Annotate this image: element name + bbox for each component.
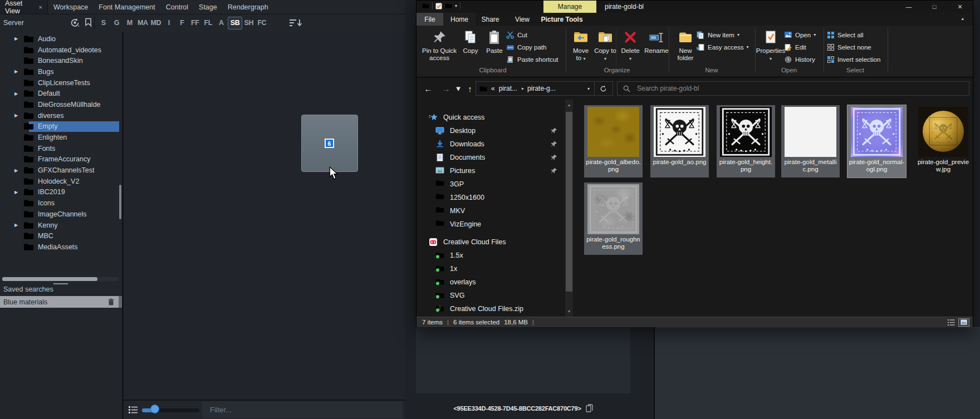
filter-a[interactable]: A bbox=[215, 16, 228, 29]
menu-font-management[interactable]: Font Management bbox=[98, 3, 155, 11]
select-none-button[interactable]: Select none bbox=[827, 41, 871, 53]
nav-mkv[interactable]: MKV bbox=[416, 204, 565, 218]
customize-toolbar-icon[interactable]: ▾ bbox=[455, 3, 457, 8]
recent-locations-icon[interactable]: ▾ bbox=[454, 81, 462, 96]
filter-i[interactable]: I bbox=[163, 16, 176, 29]
file-pirate-gold-height[interactable]: pirate-gold_height.png bbox=[717, 105, 775, 178]
easy-access-button[interactable]: Easy access ▾ bbox=[697, 41, 749, 53]
nav-documents[interactable]: Documents bbox=[416, 151, 565, 164]
nav-pictures[interactable]: Pictures bbox=[416, 164, 565, 178]
file-pirate-gold-metallic[interactable]: pirate-gold_metallic.png bbox=[781, 105, 840, 178]
tree-item-mediaassets[interactable]: MediaAssets bbox=[0, 241, 122, 253]
up-button[interactable]: ↑ bbox=[463, 81, 477, 96]
breadcrumb-overflow[interactable]: « bbox=[491, 85, 495, 92]
nav-creative-cloud-files-zip[interactable]: Creative Cloud Files.zip bbox=[416, 302, 565, 316]
nav-quick-access[interactable]: Quick access bbox=[416, 111, 565, 124]
filter-f[interactable]: F bbox=[175, 16, 189, 29]
refresh-server-icon[interactable] bbox=[70, 18, 81, 28]
scrollbar-thumb[interactable] bbox=[566, 112, 572, 292]
file-pirate-gold-ao[interactable]: pirate-gold_ao.png bbox=[650, 105, 709, 178]
tree-item-enlighten[interactable]: Enlighten bbox=[0, 132, 122, 143]
explorer-title-bar[interactable]: ▾ Manage pirate-gold-bl — □ × bbox=[416, 1, 973, 13]
tab-picture-tools[interactable]: Picture Tools bbox=[540, 13, 584, 26]
refresh-button[interactable] bbox=[594, 81, 613, 96]
expand-icon[interactable]: ▶ bbox=[14, 113, 23, 118]
back-button[interactable]: ← bbox=[421, 81, 435, 96]
invert-selection-button[interactable]: Invert selection bbox=[827, 53, 880, 65]
tree-horizontal-scrollbar[interactable] bbox=[2, 277, 119, 281]
expand-icon[interactable]: ▶ bbox=[14, 91, 23, 96]
menu-stage[interactable]: Stage bbox=[198, 3, 218, 11]
forward-button[interactable]: → bbox=[439, 81, 453, 96]
tree-item-bugs[interactable]: ▶ Bugs bbox=[0, 66, 122, 77]
tree-item-kenny[interactable]: ▶ Kenny bbox=[0, 220, 122, 231]
close-button[interactable]: × bbox=[947, 1, 973, 13]
filter-ma[interactable]: MA bbox=[136, 16, 150, 29]
menu-rendergraph[interactable]: Rendergraph bbox=[227, 3, 269, 11]
scrollbar-thumb[interactable] bbox=[2, 277, 97, 281]
filter-m[interactable]: M bbox=[123, 16, 136, 29]
nav-3gp[interactable]: 3GP bbox=[416, 178, 565, 191]
tree-item-automated-videotes[interactable]: Automated_videotes bbox=[0, 45, 122, 56]
breadcrumb-parent[interactable]: pirat... bbox=[499, 85, 517, 92]
menu-control[interactable]: Control bbox=[165, 3, 189, 11]
tab-file[interactable]: File bbox=[416, 13, 443, 26]
search-input[interactable] bbox=[636, 84, 969, 93]
nav-desktop[interactable]: Desktop bbox=[416, 124, 565, 137]
paste-shortcut-button[interactable]: Paste shortcut bbox=[506, 53, 558, 65]
tree-item-icons[interactable]: Icons bbox=[0, 198, 122, 209]
file-pirate-gold-normal[interactable]: pirate-gold_normal-ogl.png bbox=[847, 105, 906, 178]
tab-home-active[interactable]: Home bbox=[443, 13, 476, 26]
tab-share[interactable]: Share bbox=[476, 13, 505, 26]
edit-button[interactable]: Edit bbox=[784, 41, 806, 53]
nav-1x[interactable]: 1x bbox=[416, 262, 565, 275]
delete-saved-search-icon[interactable] bbox=[108, 298, 114, 305]
expand-icon[interactable]: ▶ bbox=[14, 190, 23, 195]
tree-item-cliplicensetests[interactable]: ClipLicenseTests bbox=[0, 77, 122, 88]
breadcrumb-chevron-icon[interactable]: ▾ bbox=[520, 87, 525, 90]
tree-item-frameaccurancy[interactable]: FrameAccurancy bbox=[0, 154, 122, 165]
filter-fc[interactable]: FC bbox=[256, 16, 269, 29]
properties-quick-icon[interactable] bbox=[435, 3, 442, 9]
thumbnail-size-slider-handle[interactable] bbox=[150, 405, 159, 413]
expand-icon[interactable]: ▶ bbox=[14, 36, 23, 41]
file-pirate-gold-preview[interactable]: pirate-gold_preview.jpg bbox=[915, 105, 971, 178]
nav-vizengine[interactable]: VizEngine bbox=[416, 218, 565, 231]
cut-button[interactable]: Cut bbox=[506, 29, 527, 41]
tree-item-audio[interactable]: ▶ Audio bbox=[0, 33, 122, 45]
tab-view[interactable]: View bbox=[505, 13, 540, 26]
collapse-ribbon-icon[interactable]: ▴ bbox=[961, 16, 964, 21]
pin-to-quick-access-button[interactable]: Pin to Quick access bbox=[422, 27, 457, 74]
tree-item-diegrossemuellhalde[interactable]: DieGrosseMüllhalde bbox=[0, 99, 122, 110]
tree-item-mbc[interactable]: MBC bbox=[0, 230, 122, 241]
file-pirate-gold-albedo[interactable]: pirate-gold_albedo.png bbox=[584, 105, 643, 178]
panel-splitter-handle[interactable] bbox=[53, 283, 68, 284]
expand-icon[interactable]: ▶ bbox=[14, 168, 23, 173]
new-item-button[interactable]: New item ▾ bbox=[697, 29, 739, 41]
tree-item-fonts[interactable]: Fonts bbox=[0, 143, 122, 154]
select-all-button[interactable]: Select all bbox=[827, 29, 864, 41]
filter-sb-active[interactable]: SB bbox=[228, 17, 242, 29]
asset-canvas[interactable] bbox=[124, 32, 405, 400]
breadcrumb-current[interactable]: pirate-g... bbox=[527, 85, 556, 92]
large-icons-view-button[interactable] bbox=[958, 318, 969, 327]
filter-input[interactable] bbox=[202, 401, 403, 418]
saved-search-blue-materials[interactable]: Blue materials bbox=[0, 296, 122, 308]
folder-icon[interactable] bbox=[422, 3, 429, 9]
copy-path-button[interactable]: Copy path bbox=[506, 41, 546, 53]
nav-1-5x[interactable]: 1.5x bbox=[416, 249, 565, 262]
filter-md[interactable]: MD bbox=[149, 16, 163, 29]
tree-item-diverses[interactable]: ▶ diverses bbox=[0, 110, 122, 121]
manage-contextual-tab[interactable]: Manage bbox=[543, 1, 596, 13]
filter-g[interactable]: G bbox=[110, 16, 124, 29]
close-tab-icon[interactable]: × bbox=[39, 4, 42, 11]
folder-icon[interactable] bbox=[445, 3, 452, 9]
minimize-button[interactable]: — bbox=[896, 1, 922, 13]
tree-item-ibc2019[interactable]: ▶ IBC2019 bbox=[0, 187, 122, 198]
nav-creative-cloud-files[interactable]: Creative Cloud Files bbox=[416, 235, 565, 249]
list-view-icon[interactable] bbox=[128, 406, 138, 414]
tree-item-imagechannels[interactable]: ImageChannels bbox=[0, 209, 122, 220]
tree-item-gfxchannelstest[interactable]: ▶ GFXChannelsTest bbox=[0, 165, 122, 176]
filter-fl[interactable]: FL bbox=[202, 16, 215, 29]
tree-item-bonesandskin[interactable]: BonesandSkin bbox=[0, 55, 122, 66]
